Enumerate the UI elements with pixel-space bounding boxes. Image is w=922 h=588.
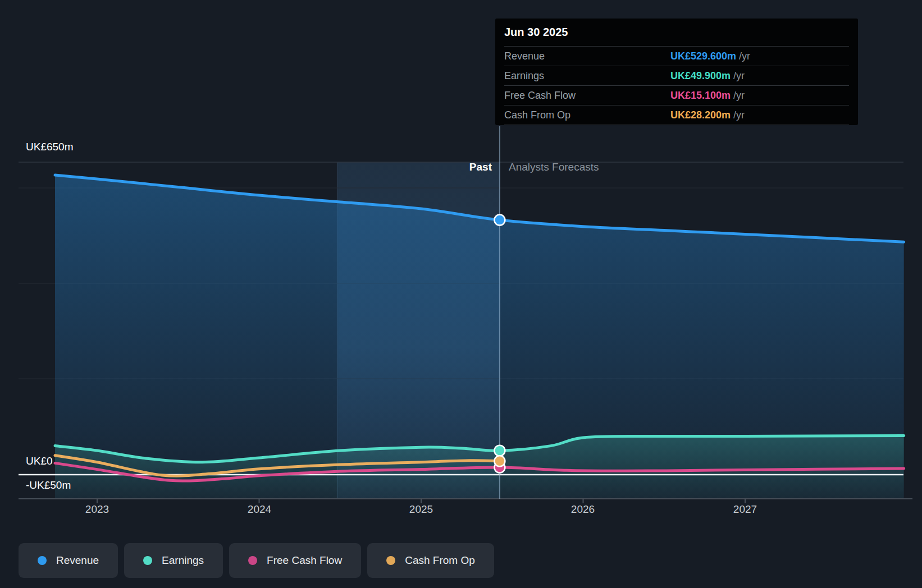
y-axis-label-zero: UK£0 <box>26 455 53 467</box>
revenue-dot-icon <box>38 556 47 565</box>
legend-label: Earnings <box>162 554 204 567</box>
tooltip-row-revenue: Revenue UK£529.600m /yr <box>504 46 849 66</box>
forecast-chart-panel: UK£650m UK£0 -UK£50m 2023 2024 2025 2026… <box>0 0 922 588</box>
tooltip-label: Cash From Op <box>504 109 570 121</box>
tooltip-value-suffix: /yr <box>736 50 750 62</box>
tooltip-value-suffix: /yr <box>731 90 745 101</box>
tooltip-row-free-cash-flow: Free Cash Flow UK£15.100m /yr <box>504 85 849 105</box>
x-tick-2027: 2027 <box>733 503 757 516</box>
forecast-zone-label: Analysts Forecasts <box>509 161 599 173</box>
legend-item-earnings[interactable]: Earnings <box>124 543 223 578</box>
tooltip-row-cash-from-op: Cash From Op UK£28.200m /yr <box>504 105 849 125</box>
cash-from-op-dot-icon <box>386 556 395 565</box>
cash-from-op-marker <box>494 456 505 466</box>
tooltip-label: Earnings <box>504 70 544 82</box>
legend-label: Free Cash Flow <box>267 554 342 567</box>
x-tick-2024: 2024 <box>248 503 271 516</box>
legend: Revenue Earnings Free Cash Flow Cash Fro… <box>19 543 494 578</box>
tooltip: Jun 30 2025 Revenue UK£529.600m /yr Earn… <box>495 19 858 125</box>
tooltip-label: Revenue <box>504 50 545 62</box>
tooltip-row-earnings: Earnings UK£49.900m /yr <box>504 66 849 85</box>
revenue-marker <box>494 215 505 226</box>
legend-label: Cash From Op <box>405 554 475 567</box>
tooltip-value-suffix: /yr <box>731 70 745 81</box>
past-zone-label: Past <box>469 161 492 173</box>
x-tick-2023: 2023 <box>85 503 109 516</box>
tooltip-value: UK£15.100m <box>670 90 731 101</box>
tooltip-value-suffix: /yr <box>731 109 745 121</box>
tooltip-value: UK£28.200m <box>670 109 731 121</box>
legend-label: Revenue <box>56 554 99 567</box>
tooltip-value: UK£529.600m <box>670 50 736 62</box>
y-axis-label-neg50m: -UK£50m <box>26 479 71 491</box>
earnings-dot-icon <box>143 556 152 565</box>
tooltip-value: UK£49.900m <box>670 70 731 81</box>
earnings-marker <box>494 445 505 456</box>
free-cash-flow-dot-icon <box>248 556 257 565</box>
x-tick-2026: 2026 <box>571 503 595 516</box>
legend-item-cash-from-op[interactable]: Cash From Op <box>367 543 494 578</box>
legend-item-free-cash-flow[interactable]: Free Cash Flow <box>229 543 361 578</box>
tooltip-label: Free Cash Flow <box>504 90 576 102</box>
tooltip-date: Jun 30 2025 <box>504 19 849 46</box>
y-axis-label-650m: UK£650m <box>26 141 74 153</box>
x-tick-2025: 2025 <box>409 503 433 516</box>
legend-item-revenue[interactable]: Revenue <box>19 543 118 578</box>
